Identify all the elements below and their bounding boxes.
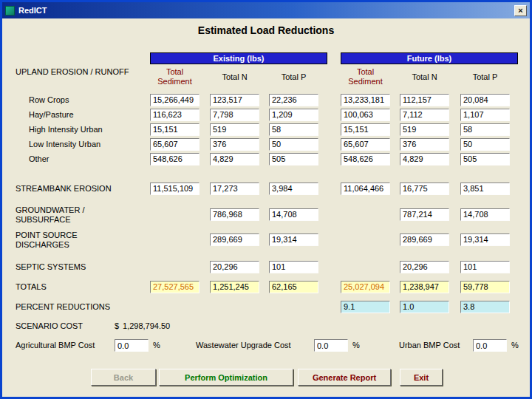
future-p-groundwater[interactable]: 14,708 — [460, 208, 510, 221]
existing-p-streambank[interactable]: 3,984 — [269, 183, 318, 195]
scenario-cost-label: SCENARIO COST — [16, 321, 83, 330]
existing-p-low-intensity-urban[interactable]: 50 — [269, 138, 318, 151]
table-row-streambank-erosion: STREAMBANK EROSION 11,515,109 17,273 3,9… — [2, 183, 530, 195]
percent-reduction-p[interactable]: 3.8 — [460, 301, 510, 313]
close-icon[interactable]: × — [514, 5, 527, 16]
perform-optimization-button[interactable]: Perform Optimization — [159, 369, 293, 386]
section-label-septic: SEPTIC SYSTEMS — [16, 262, 86, 271]
future-p-other[interactable]: 505 — [460, 153, 510, 166]
col-header-future-p: Total P — [460, 66, 510, 88]
section-label-upland-erosion: UPLAND EROSION / RUNOFF — [16, 67, 130, 77]
existing-sediment-other[interactable]: 548,626 — [150, 153, 200, 166]
existing-n-streambank[interactable]: 17,273 — [210, 183, 259, 195]
future-p-high-intensity-urban[interactable]: 58 — [460, 123, 510, 136]
future-sediment-total[interactable]: 25,027,094 — [341, 281, 390, 293]
existing-p-septic[interactable]: 101 — [269, 261, 318, 273]
future-p-hay-pasture[interactable]: 1,107 — [460, 109, 510, 121]
existing-sediment-high-intensity-urban[interactable]: 15,151 — [150, 123, 200, 136]
wastewater-upgrade-cost-input[interactable] — [314, 339, 348, 352]
existing-p-high-intensity-urban[interactable]: 58 — [269, 123, 318, 136]
col-header-existing-sediment: Total Sediment — [150, 66, 200, 88]
wastewater-upgrade-percent-sign: % — [352, 341, 360, 349]
existing-n-total[interactable]: 1,251,245 — [210, 281, 259, 293]
future-n-hay-pasture[interactable]: 7,112 — [400, 109, 449, 121]
table-row-septic-systems: SEPTIC SYSTEMS 20,296 101 20,296 101 — [2, 261, 530, 273]
app-window: RedICT × Estimated Load Reductions Exist… — [0, 0, 532, 399]
col-header-future-sediment: Total Sediment — [341, 66, 390, 88]
future-sediment-row-crops[interactable]: 13,233,181 — [341, 94, 390, 106]
future-p-septic[interactable]: 101 — [460, 261, 510, 273]
bmp-cost-row: Agricultural BMP Cost % Wastewater Upgra… — [2, 339, 530, 352]
urban-bmp-cost-label: Urban BMP Cost — [399, 341, 460, 349]
table-row-point-source: 289,669 19,314 289,669 19,314 — [2, 233, 530, 246]
existing-p-groundwater[interactable]: 14,708 — [269, 208, 318, 221]
future-n-row-crops[interactable]: 112,157 — [400, 94, 449, 106]
existing-sediment-row-crops[interactable]: 15,266,449 — [150, 94, 200, 106]
exit-button[interactable]: Exit — [400, 369, 443, 386]
col-header-existing-n: Total N — [210, 66, 259, 88]
agricultural-bmp-percent-sign: % — [153, 341, 160, 349]
existing-n-other[interactable]: 4,829 — [210, 153, 259, 166]
urban-bmp-cost-input[interactable] — [473, 339, 507, 352]
section-label-totals: TOTALS — [16, 282, 47, 291]
table-row-totals: TOTALS 27,527,565 1,251,245 62,165 25,02… — [2, 281, 530, 293]
agricultural-bmp-cost-label: Agricultural BMP Cost — [16, 341, 95, 349]
future-sediment-streambank[interactable]: 11,064,466 — [341, 183, 390, 195]
future-p-total[interactable]: 59,778 — [460, 281, 510, 293]
row-label: Low Intensity Urban — [29, 140, 100, 149]
scenario-cost-row: SCENARIO COST $ 1,298,794.50 — [2, 320, 530, 332]
existing-p-hay-pasture[interactable]: 1,209 — [269, 109, 318, 121]
page-title: Estimated Load Reductions — [2, 24, 530, 36]
existing-p-point-source[interactable]: 19,314 — [269, 233, 318, 246]
percent-reduction-sediment[interactable]: 9.1 — [341, 301, 390, 313]
section-label-percent-reductions: PERCENT REDUCTIONS — [16, 302, 110, 311]
existing-n-septic[interactable]: 20,296 — [210, 261, 259, 273]
future-n-total[interactable]: 1,238,947 — [400, 281, 449, 293]
future-n-low-intensity-urban[interactable]: 376 — [400, 138, 449, 151]
future-p-point-source[interactable]: 19,314 — [460, 233, 510, 246]
future-n-high-intensity-urban[interactable]: 519 — [400, 123, 449, 136]
existing-n-high-intensity-urban[interactable]: 519 — [210, 123, 259, 136]
agricultural-bmp-cost-input[interactable] — [115, 339, 149, 352]
existing-n-low-intensity-urban[interactable]: 376 — [210, 138, 259, 151]
row-label: Row Crops — [29, 95, 69, 104]
table-row-other: Other 548,626 4,829 505 548,626 4,829 50… — [2, 153, 530, 166]
table-row-low-intensity-urban: Low Intensity Urban 65,607 376 50 65,607… — [2, 138, 530, 151]
table-row-row-crops: Row Crops 15,266,449 123,517 22,236 13,2… — [2, 94, 530, 106]
back-button[interactable]: Back — [91, 369, 156, 386]
table-row-groundwater: 786,968 14,708 787,214 14,708 — [2, 208, 530, 221]
existing-sediment-hay-pasture[interactable]: 116,623 — [150, 109, 200, 121]
existing-n-point-source[interactable]: 289,669 — [210, 233, 259, 246]
existing-sediment-streambank[interactable]: 11,515,109 — [150, 183, 200, 195]
col-header-future-n: Total N — [400, 66, 449, 88]
future-p-streambank[interactable]: 3,851 — [460, 183, 510, 195]
scenario-cost-value: 1,298,794.50 — [123, 321, 170, 330]
future-sediment-hay-pasture[interactable]: 100,063 — [341, 109, 390, 121]
future-n-other[interactable]: 4,829 — [400, 153, 449, 166]
existing-n-hay-pasture[interactable]: 7,798 — [210, 109, 259, 121]
future-n-septic[interactable]: 20,296 — [400, 261, 449, 273]
col-header-existing-p: Total P — [269, 66, 318, 88]
existing-sediment-total[interactable]: 27,527,565 — [150, 281, 200, 293]
future-p-row-crops[interactable]: 20,084 — [460, 94, 510, 106]
section-label-streambank: STREAMBANK EROSION — [16, 184, 112, 193]
app-icon — [5, 6, 15, 16]
wastewater-upgrade-cost-label: Wastewater Upgrade Cost — [196, 341, 291, 349]
existing-p-row-crops[interactable]: 22,236 — [269, 94, 318, 106]
percent-reduction-n[interactable]: 1.0 — [400, 301, 449, 313]
future-sediment-high-intensity-urban[interactable]: 15,151 — [341, 123, 390, 136]
future-sediment-other[interactable]: 548,626 — [341, 153, 390, 166]
existing-p-other[interactable]: 505 — [269, 153, 318, 166]
future-n-groundwater[interactable]: 787,214 — [400, 208, 449, 221]
future-p-low-intensity-urban[interactable]: 50 — [460, 138, 510, 151]
future-sediment-low-intensity-urban[interactable]: 65,607 — [341, 138, 390, 151]
future-n-point-source[interactable]: 289,669 — [400, 233, 449, 246]
existing-n-groundwater[interactable]: 786,968 — [210, 208, 259, 221]
future-n-streambank[interactable]: 16,775 — [400, 183, 449, 195]
existing-sediment-low-intensity-urban[interactable]: 65,607 — [150, 138, 200, 151]
generate-report-button[interactable]: Generate Report — [298, 369, 391, 386]
existing-n-row-crops[interactable]: 123,517 — [210, 94, 259, 106]
existing-p-total[interactable]: 62,165 — [269, 281, 318, 293]
title-bar[interactable]: RedICT × — [2, 2, 530, 18]
urban-bmp-percent-sign: % — [511, 341, 519, 349]
